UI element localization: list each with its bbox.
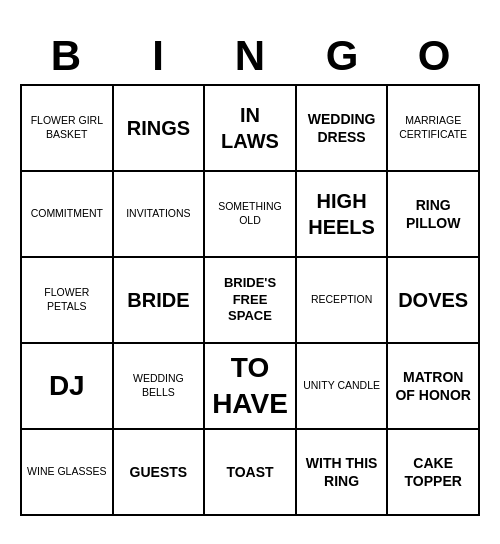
header-letter-I: I <box>112 28 204 84</box>
bingo-cell-22: TOAST <box>205 430 297 516</box>
bingo-cell-12: BRIDE'S FREE SPACE <box>205 258 297 344</box>
bingo-header: BINGO <box>20 28 480 84</box>
bingo-cell-15: DJ <box>22 344 114 430</box>
bingo-cell-14: DOVES <box>388 258 480 344</box>
bingo-cell-9: RING PILLOW <box>388 172 480 258</box>
bingo-cell-2: IN LAWS <box>205 86 297 172</box>
bingo-cell-1: RINGS <box>114 86 206 172</box>
header-letter-N: N <box>204 28 296 84</box>
bingo-cell-20: WINE GLASSES <box>22 430 114 516</box>
bingo-cell-13: RECEPTION <box>297 258 389 344</box>
bingo-cell-5: COMMITMENT <box>22 172 114 258</box>
bingo-cell-8: HIGH HEELS <box>297 172 389 258</box>
bingo-cell-16: WEDDING BELLS <box>114 344 206 430</box>
bingo-cell-4: MARRIAGE CERTIFICATE <box>388 86 480 172</box>
bingo-cell-10: FLOWER PETALS <box>22 258 114 344</box>
bingo-cell-21: GUESTS <box>114 430 206 516</box>
bingo-cell-23: WITH THIS RING <box>297 430 389 516</box>
header-letter-B: B <box>20 28 112 84</box>
bingo-cell-3: WEDDING DRESS <box>297 86 389 172</box>
bingo-cell-0: FLOWER GIRL BASKET <box>22 86 114 172</box>
header-letter-G: G <box>296 28 388 84</box>
bingo-cell-17: TO HAVE <box>205 344 297 430</box>
bingo-cell-6: INVITATIONS <box>114 172 206 258</box>
bingo-cell-24: CAKE TOPPER <box>388 430 480 516</box>
bingo-grid: FLOWER GIRL BASKETRINGSIN LAWSWEDDING DR… <box>20 84 480 516</box>
bingo-cell-18: UNITY CANDLE <box>297 344 389 430</box>
header-letter-O: O <box>388 28 480 84</box>
bingo-cell-19: MATRON OF HONOR <box>388 344 480 430</box>
bingo-cell-7: SOMETHING OLD <box>205 172 297 258</box>
bingo-cell-11: BRIDE <box>114 258 206 344</box>
